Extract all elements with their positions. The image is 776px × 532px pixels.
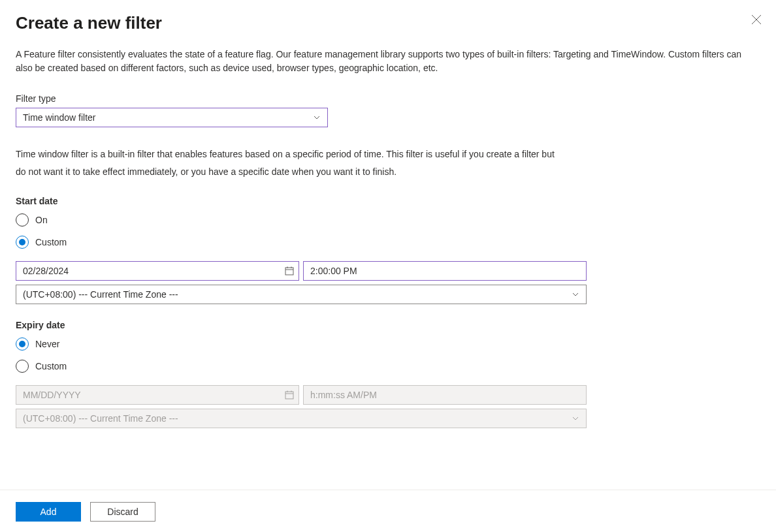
expiry-date-label: Expiry date: [16, 320, 760, 330]
start-date-label: Start date: [16, 196, 760, 206]
start-timezone-value: (UTC+08:00) --- Current Time Zone ---: [23, 289, 572, 300]
create-filter-panel: Create a new filter A Feature filter con…: [0, 0, 776, 532]
start-date-section: Start date On Custom (UTC+08:00) --- Cur…: [16, 196, 760, 304]
start-date-radio-custom[interactable]: Custom: [16, 235, 760, 249]
radio-label: Never: [35, 339, 59, 349]
add-button[interactable]: Add: [16, 502, 81, 522]
filter-type-select[interactable]: Time window filter: [16, 108, 328, 127]
chevron-down-icon: [313, 114, 321, 121]
panel-footer: Add Discard: [0, 490, 776, 532]
filter-type-value: Time window filter: [23, 112, 313, 123]
radio-icon: [16, 213, 29, 227]
filter-type-help-text: Time window filter is a built-in filter …: [16, 146, 564, 180]
filter-type-label: Filter type: [16, 93, 760, 104]
radio-icon: [16, 360, 29, 373]
expiry-time-input[interactable]: [303, 385, 587, 405]
expiry-date-input-wrap: [16, 385, 299, 405]
radio-label: Custom: [35, 361, 67, 371]
start-date-input-wrap: [16, 261, 299, 281]
start-time-input[interactable]: [303, 261, 587, 281]
radio-icon: [16, 337, 29, 351]
expiry-date-radio-never[interactable]: Never: [16, 337, 760, 351]
radio-label: On: [35, 215, 48, 225]
expiry-date-section: Expiry date Never Custom (UTC+08:00) ---…: [16, 320, 760, 428]
expiry-timezone-value: (UTC+08:00) --- Current Time Zone ---: [23, 413, 572, 424]
close-button[interactable]: [751, 14, 762, 25]
radio-label: Custom: [35, 237, 67, 247]
chevron-down-icon: [572, 415, 579, 422]
discard-button[interactable]: Discard: [90, 502, 155, 522]
start-date-input[interactable]: [16, 261, 299, 281]
chevron-down-icon: [572, 290, 579, 298]
expiry-date-radio-custom[interactable]: Custom: [16, 359, 760, 373]
expiry-date-input[interactable]: [16, 385, 299, 405]
start-timezone-select[interactable]: (UTC+08:00) --- Current Time Zone ---: [16, 285, 587, 304]
start-date-radio-group: On Custom: [16, 213, 760, 249]
panel-title: Create a new filter: [16, 13, 760, 33]
close-icon: [751, 14, 762, 25]
radio-icon: [16, 236, 29, 249]
expiry-date-radio-group: Never Custom: [16, 337, 760, 373]
expiry-timezone-select[interactable]: (UTC+08:00) --- Current Time Zone ---: [16, 409, 587, 428]
panel-description: A Feature filter consistently evaluates …: [16, 48, 760, 75]
start-date-radio-on[interactable]: On: [16, 213, 760, 227]
